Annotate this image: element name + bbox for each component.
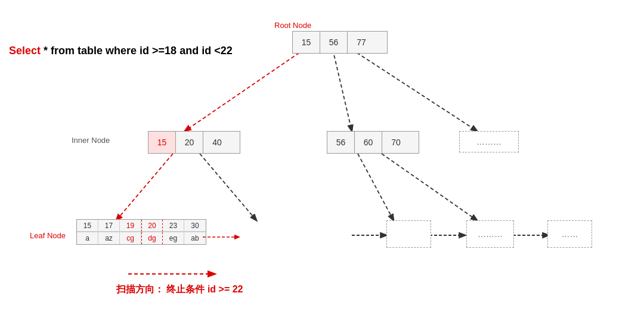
select-keyword: Select xyxy=(9,45,41,57)
leaf-1-top-3: 19 xyxy=(120,220,141,232)
leaf-1-bot-3: cg xyxy=(120,232,141,244)
leaf-1-top-4: 20 xyxy=(141,220,163,232)
inner-node-2-cell-1: 56 xyxy=(327,132,355,153)
leaf-pointer-svg xyxy=(203,223,262,251)
inner-node-2-cell-2: 60 xyxy=(355,132,382,153)
leaf-node-label: Leaf Node xyxy=(30,231,66,240)
root-cell-2: 56 xyxy=(320,32,348,53)
leaf-1-bot-6: ab xyxy=(184,232,206,244)
inner-node-label: Inner Node xyxy=(72,136,110,145)
leaf-1-bot-1: a xyxy=(77,232,98,244)
leaf-1-top-2: 17 xyxy=(98,220,120,232)
leaf-1-bot-5: eg xyxy=(163,232,184,244)
svg-line-3 xyxy=(116,154,173,220)
leaf-node-1: 15 17 19 20 23 30 a az cg dg eg ab xyxy=(76,219,206,245)
leaf-1-bot-4: dg xyxy=(141,232,163,244)
leaf-node-4-dashed: …… xyxy=(547,220,592,248)
query-text: Select * from table where id >=18 and id… xyxy=(9,45,233,57)
svg-line-1 xyxy=(333,49,352,131)
scan-direction-text: 扫描方向： 终止条件 id >= 22 xyxy=(116,283,243,296)
inner-node-2-cell-3: 70 xyxy=(382,132,410,153)
root-cell-3: 77 xyxy=(348,32,375,53)
b-tree-diagram: Select * from table where id >=18 and id… xyxy=(0,0,644,321)
leaf-node-3-dashed: ……… xyxy=(466,220,514,248)
leaf-node-2-dashed xyxy=(386,220,431,248)
svg-line-2 xyxy=(352,49,477,131)
leaf-1-bot-2: az xyxy=(98,232,120,244)
svg-line-5 xyxy=(358,154,394,220)
svg-line-0 xyxy=(185,49,304,131)
inner-node-1-cell-1: 15 xyxy=(148,132,176,153)
leaf-1-top-6: 30 xyxy=(184,220,206,232)
query-rest: * from table where id >=18 and id <22 xyxy=(41,45,233,57)
inner-node-1-cell-2: 20 xyxy=(176,132,203,153)
leaf-1-top-5: 23 xyxy=(163,220,184,232)
svg-line-4 xyxy=(200,154,256,220)
root-node-label: Root Node xyxy=(274,21,311,30)
inner-node-1-cell-3: 40 xyxy=(203,132,231,153)
svg-line-6 xyxy=(382,154,477,220)
root-node-box: 15 56 77 xyxy=(292,31,388,54)
inner-node-1: 15 20 40 xyxy=(148,131,240,154)
inner-node-2: 56 60 70 xyxy=(327,131,419,154)
root-cell-1: 15 xyxy=(293,32,320,53)
inner-node-3-dashed: ……… xyxy=(459,131,519,152)
leaf-1-top-1: 15 xyxy=(77,220,98,232)
